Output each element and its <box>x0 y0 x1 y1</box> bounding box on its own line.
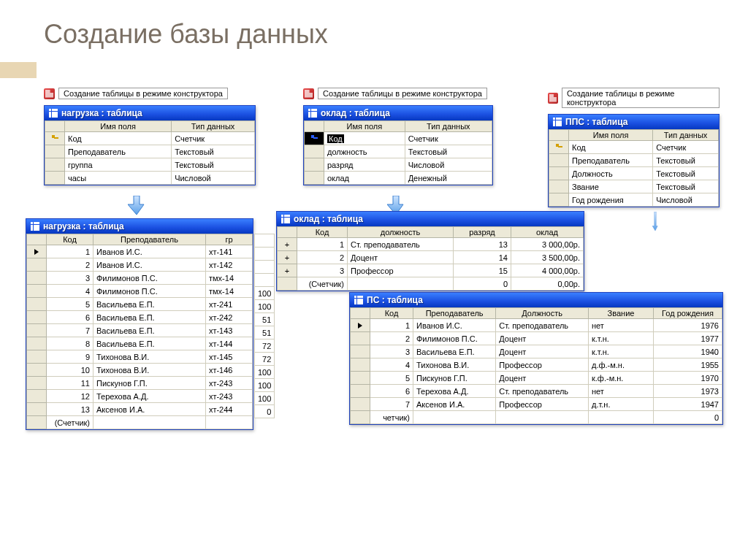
col-header[interactable]: оклад <box>511 227 584 238</box>
primary-key-icon <box>51 134 58 142</box>
col-data-type[interactable]: Тип данных <box>172 121 255 132</box>
primary-key-icon <box>555 143 562 150</box>
table-row: 6 Терехова А.Д. Ст. преподаватель нет 19… <box>351 385 722 398</box>
col-header[interactable]: Должность <box>496 308 589 319</box>
decor-block <box>0 62 37 78</box>
table-row: 7 Аксенов И.А. Профессор д.т.н. 1947 <box>351 398 722 411</box>
col-header[interactable]: Код <box>47 234 94 245</box>
table-row: 7 Васильева Е.П. хт-143 <box>27 324 253 337</box>
design-row: часыЧисловой <box>45 172 255 185</box>
design-row: окладДенежный <box>305 172 492 185</box>
design-row: ДолжностьТекстовый <box>549 167 719 180</box>
col-header[interactable]: Код <box>297 227 348 238</box>
window-titlebar[interactable]: оклад : таблица <box>304 106 492 120</box>
design-row: ЗваниеТекстовый <box>549 180 719 193</box>
col-header[interactable]: должность <box>348 227 454 238</box>
table-row: 6 Васильева Е.П. хт-242 <box>27 311 253 324</box>
design-row: КодСчетчик <box>45 132 255 145</box>
window-titlebar[interactable]: нагрузка : таблица <box>26 219 253 234</box>
col-data-type[interactable]: Тип данных <box>653 130 719 141</box>
table-row: 4 Филимонов П.С. тмх-14 <box>27 285 253 298</box>
table-row: 10 Тихонова В.И. хт-146 <box>27 364 253 377</box>
data-window-oklad: оклад : таблица Код должность разряд окл… <box>276 211 584 291</box>
window-title: оклад : таблица <box>321 108 390 118</box>
design-row: ПреподавательТекстовый <box>549 154 719 167</box>
arrow-down-icon <box>646 212 664 231</box>
col-data-type[interactable]: Тип данных <box>405 121 492 132</box>
table-row: 2 Иванов И.С. хт-142 <box>27 258 253 272</box>
access-icon <box>44 88 55 99</box>
table-row: 4 Тихонова В.И. Профессор д.ф.-м.н. 1955 <box>351 358 722 372</box>
design-row: Год рожденияЧисловой <box>549 193 719 207</box>
design-row: должностьТекстовый <box>305 145 492 158</box>
table-row: 11 Пискунов Г.П. хт-243 <box>27 377 253 390</box>
primary-key-icon <box>310 134 318 142</box>
table-row: 9 Тихонова В.И. хт-145 <box>27 350 253 364</box>
col-field-name[interactable]: Имя поля <box>324 121 405 132</box>
access-icon <box>548 93 558 104</box>
window-title: ППС : таблица <box>565 117 627 127</box>
table-row: 1 Иванов И.С. хт-141 <box>27 245 253 258</box>
design-row: КодСчетчик <box>549 141 719 154</box>
design-row: КодСчетчик <box>305 132 492 145</box>
window-title: нагрузка : таблица <box>43 221 124 231</box>
window-titlebar[interactable]: оклад : таблица <box>277 212 584 226</box>
table-row: 13 Аксенов И.А. хт-244 <box>27 403 253 416</box>
col-header[interactable]: гр <box>206 234 253 245</box>
current-row-icon <box>34 249 39 255</box>
create-table-design-link[interactable]: Создание таблицы в режиме конструктора <box>562 88 720 108</box>
table-icon <box>281 215 290 223</box>
table-row: 3 Филимонов П.С. тмх-14 <box>27 272 253 285</box>
col-header[interactable]: Преподаватель <box>94 234 206 245</box>
design-window-nagruzka: нагрузка : таблица Имя поляТип данных Ко… <box>44 105 256 185</box>
table-row-new: (Счетчик) <box>27 416 253 429</box>
col-header[interactable]: Звание <box>589 308 654 319</box>
current-row-icon <box>358 323 362 329</box>
table-row: 5 Васильева Е.П. хт-241 <box>27 298 253 311</box>
design-row: ПреподавательТекстовый <box>45 145 255 158</box>
table-row: 2 Филимонов П.С. Доцент к.т.н. 1977 <box>351 332 722 345</box>
slide-title: Создание базы данных <box>44 19 328 50</box>
table-row: +3Профессор154 000,00р. <box>278 264 584 277</box>
col-field-name[interactable]: Имя поля <box>65 121 172 132</box>
col-header[interactable]: Год рождения <box>654 308 722 319</box>
table-row: 1 Иванов И.С. Ст. преподаватель нет 1976 <box>351 319 722 332</box>
table-row: +2Доцент143 500,00р. <box>278 251 584 264</box>
create-table-design-link[interactable]: Создание таблицы в режиме конструктора <box>318 88 487 99</box>
window-titlebar[interactable]: нагрузка : таблица <box>45 106 255 120</box>
design-window-pps: ППС : таблица Имя поляТип данных КодСчет… <box>548 114 720 207</box>
window-titlebar[interactable]: ППС : таблица <box>549 115 719 129</box>
window-title: ПС : таблица <box>367 295 423 305</box>
table-icon <box>31 222 39 231</box>
design-window-oklad: оклад : таблица Имя поляТип данных КодСч… <box>303 105 493 185</box>
col-field-name[interactable]: Имя поля <box>569 130 653 141</box>
table-row-new: четчик)0 <box>351 411 722 424</box>
arrow-down-icon <box>128 196 145 215</box>
table-row-new: (Счетчик)00,00р. <box>278 277 584 291</box>
window-titlebar[interactable]: ПС : таблица <box>350 293 722 307</box>
table-row: +1Ст. преподаватель133 000,00р. <box>278 238 584 251</box>
table-row: 3 Васильева Е.П. Доцент к.т.н. 1940 <box>351 345 722 358</box>
data-window-pps: ПС : таблица Код Преподаватель Должность… <box>349 292 723 425</box>
table-icon <box>49 109 58 118</box>
table-row: 8 Васильева Е.П. хт-144 <box>27 337 253 350</box>
create-table-design-link[interactable]: Создание таблицы в режиме конструктора <box>58 88 228 99</box>
design-row: разрядЧисловой <box>305 158 492 172</box>
window-title: оклад : таблица <box>294 214 363 224</box>
table-icon <box>308 109 317 118</box>
table-icon <box>354 296 363 304</box>
table-row: 5 Пискунов Г.П. Доцент к.ф.-м.н. 1970 <box>351 372 722 385</box>
design-row: группаТекстовый <box>45 158 255 172</box>
window-title: нагрузка : таблица <box>61 108 142 118</box>
col-header[interactable]: разряд <box>454 227 511 238</box>
col-header[interactable]: Преподаватель <box>413 308 496 319</box>
table-row: 12 Терехова А.Д. хт-243 <box>27 390 253 403</box>
col-header[interactable]: Код <box>370 308 413 319</box>
table-icon <box>553 118 562 126</box>
access-icon <box>303 88 314 99</box>
data-window-nagruzka: нагрузка : таблица Код Преподаватель гр … <box>26 218 253 430</box>
